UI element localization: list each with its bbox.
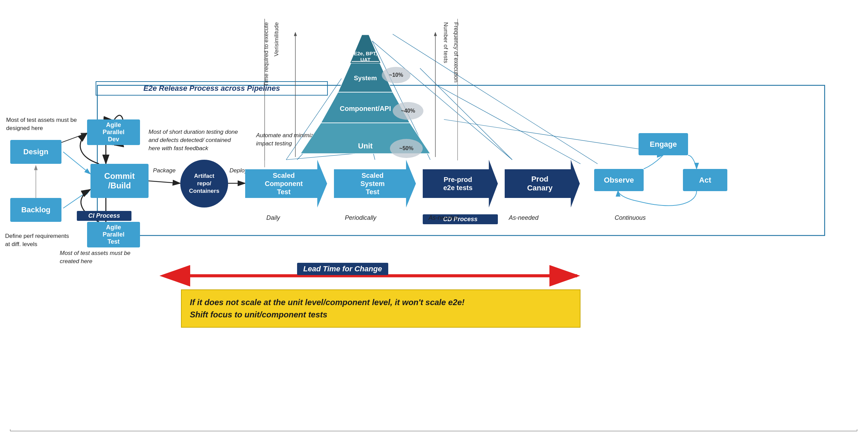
stage-scaled-component-test: Scaled Component Test <box>245 160 327 208</box>
bottom-border <box>0 429 868 433</box>
package-label: Package <box>153 167 176 174</box>
axis-verisim-label: Verisimilitude <box>273 22 280 56</box>
freq-as-needed-1: As-needed <box>429 214 458 222</box>
annotation-perf: Define perf requirements at diff. levels <box>5 232 73 248</box>
stage-pre-prod-e2e: Pre-prod e2e tests <box>423 160 498 208</box>
axis-freq-label: Frequency of execution <box>452 22 459 83</box>
main-container: E2e Release Process across Pipelines Mos… <box>0 0 868 443</box>
annotation-created: Most of test assets must be created here <box>60 249 131 266</box>
yellow-box: If it does not scale at the unit level/c… <box>181 289 580 328</box>
box-agile-parallel-dev: Agile Parallel Dev <box>87 119 140 145</box>
svg-line-23 <box>437 85 580 164</box>
svg-text:UAT: UAT <box>360 57 370 62</box>
svg-text:~10%: ~10% <box>389 72 403 78</box>
svg-line-2 <box>63 152 90 174</box>
artifact-circle: Artifact repo/ Containers <box>180 160 228 208</box>
freq-periodically: Periodically <box>345 214 376 222</box>
svg-text:~50%: ~50% <box>399 145 413 151</box>
svg-text:~40%: ~40% <box>401 108 415 114</box>
stage-prod-canary: Prod Canary <box>505 160 580 208</box>
annotation-designed: Most of test assets must be designed her… <box>6 116 81 132</box>
ci-process-label: CI Process <box>77 211 131 221</box>
box-engage: Engage <box>639 133 688 155</box>
box-observe: Observe <box>594 169 644 191</box>
svg-line-24 <box>444 119 669 154</box>
axis-time-label: Time required to execute <box>263 22 270 86</box>
svg-line-5 <box>149 181 180 183</box>
box-backlog: Backlog <box>10 198 61 222</box>
svg-text:Component/API: Component/API <box>340 105 391 112</box>
svg-text:Unit: Unit <box>358 142 373 150</box>
box-commit-build: Commit /Build <box>90 164 149 198</box>
annotation-short-duration: Most of short duration testing done and … <box>149 128 241 152</box>
axis-numtests-label: Number of tests <box>442 22 449 63</box>
box-act: Act <box>683 169 727 191</box>
svg-line-4 <box>63 189 90 208</box>
stage-scaled-system-test: Scaled System Test <box>334 160 416 208</box>
lead-time-label: Lead Time for Change <box>297 263 388 275</box>
box-design: Design <box>10 140 61 164</box>
deploy-label: Deploy <box>229 167 248 174</box>
box-agile-parallel-test: Agile Parallel Test <box>87 222 140 247</box>
pyramid-svg: Unit Component/API System E2e, BPT, UAT … <box>280 17 451 164</box>
svg-text:System: System <box>354 74 377 82</box>
test-pyramid: Unit Component/API System E2e, BPT, UAT … <box>280 17 430 160</box>
svg-text:E2e, BPT,: E2e, BPT, <box>354 51 377 56</box>
freq-continuous: Continuous <box>615 214 646 222</box>
freq-as-needed-2: As-needed <box>509 214 538 222</box>
freq-daily: Daily <box>266 214 280 222</box>
